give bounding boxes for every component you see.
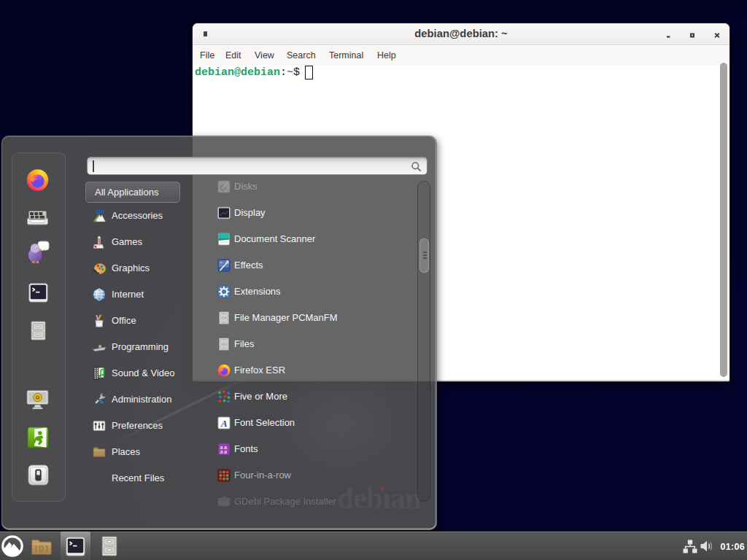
svg-text:A: A [220,418,228,429]
svg-text:aa: aa [220,448,228,455]
